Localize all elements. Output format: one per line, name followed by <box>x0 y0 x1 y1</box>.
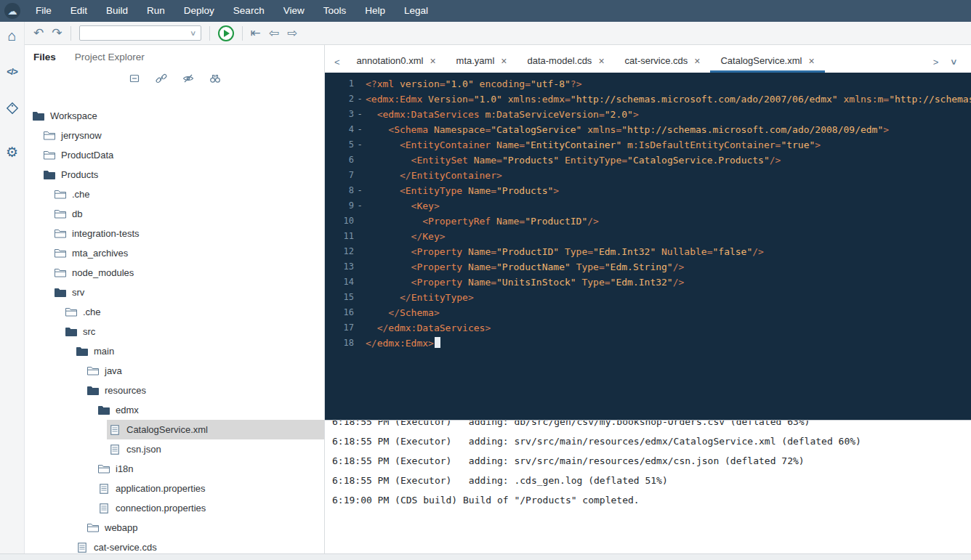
fold-marker[interactable]: - <box>354 92 366 107</box>
menu-item-help[interactable]: Help <box>355 0 395 22</box>
run-configuration-combobox[interactable]: > <box>79 25 201 41</box>
close-icon[interactable]: × <box>694 55 700 67</box>
fold-marker[interactable]: - <box>354 183 366 198</box>
tabs-scroll-left-icon[interactable]: < <box>328 57 347 68</box>
menu-item-view[interactable]: View <box>274 0 314 22</box>
menu-item-deploy[interactable]: Deploy <box>174 0 224 22</box>
console-panel[interactable]: 6:18:55 PM (Executor) adding: db/src/gen… <box>325 420 971 553</box>
tree-item-connection-properties[interactable]: connection.properties <box>25 498 324 518</box>
tree-item-csn-json[interactable]: csn.json <box>25 439 324 459</box>
line-number: 16 <box>325 305 354 320</box>
explorer-tab-project-explorer[interactable]: Project Explorer <box>75 52 145 62</box>
toolbar: ↶ ↷ > ⇤ ⇦ ⇨ <box>25 22 971 45</box>
editor-tab-label: mta.yaml <box>456 55 495 66</box>
tree-item-src[interactable]: src <box>25 322 324 341</box>
fold-marker[interactable]: - <box>354 137 366 153</box>
ide-window: ☁ FileEditBuildRunDeploySearchViewToolsH… <box>0 0 971 560</box>
tree-item-webapp[interactable]: webapp <box>25 518 324 537</box>
redo-icon[interactable]: ↷ <box>52 27 62 39</box>
storyboard-tag-icon[interactable] <box>6 100 19 117</box>
collapse-all-icon[interactable] <box>129 73 140 84</box>
tree-item-label: resources <box>105 385 146 396</box>
editor-tab-cat-service-cds[interactable]: cat-service.cds× <box>615 51 711 73</box>
code-line-text: <Property Name="ProductID" Type="Edm.Int… <box>366 244 764 259</box>
tree-item-main[interactable]: main <box>25 341 324 361</box>
menu-items: FileEditBuildRunDeploySearchViewToolsHel… <box>26 0 438 22</box>
close-icon[interactable]: × <box>501 55 507 67</box>
tree-item-application-properties[interactable]: application.properties <box>25 479 324 498</box>
tree-item-che[interactable]: .che <box>25 184 324 204</box>
editor-tab-catalogservice-xml[interactable]: CatalogService.xml× <box>710 51 824 73</box>
menu-item-file[interactable]: File <box>26 0 61 22</box>
tree-item-edmx[interactable]: edmx <box>25 400 324 420</box>
code-line: 7 </EntityContainer> <box>325 168 971 183</box>
tree-item-integration-tests[interactable]: integration-tests <box>25 224 324 243</box>
tree-item-mta-archives[interactable]: mta_archives <box>25 243 324 263</box>
editor-tab-data-model-cds[interactable]: data-model.cds× <box>517 51 614 73</box>
code-editor-icon[interactable]: </> <box>7 63 17 81</box>
home-icon[interactable]: ⌂ <box>7 27 16 44</box>
folder-closed-icon <box>97 464 110 474</box>
fold-marker[interactable]: - <box>354 198 366 214</box>
menu-item-tools[interactable]: Tools <box>314 0 356 22</box>
editor-tab-annotation0-xml[interactable]: annotation0.xml× <box>347 51 446 73</box>
folder-open-icon <box>97 405 110 415</box>
code-line: 3- <edmx:DataServices m:DataServiceVersi… <box>325 107 971 122</box>
app-logo[interactable]: ☁ <box>4 3 20 19</box>
code-line: 4- <Schema Namespace="CatalogService" xm… <box>325 122 971 137</box>
menu-item-run[interactable]: Run <box>137 0 174 22</box>
tree-item-node-modules[interactable]: node_modules <box>25 263 324 283</box>
chevron-down-icon[interactable]: > <box>189 31 198 35</box>
tree-item-jerrysnow[interactable]: jerrysnow <box>25 126 324 145</box>
line-number: 12 <box>325 244 354 259</box>
settings-gear-icon[interactable]: ⚙ <box>6 143 18 161</box>
close-icon[interactable]: × <box>808 55 814 67</box>
tree-item-java[interactable]: java <box>25 361 324 381</box>
console-line: 6:18:55 PM (Executor) adding: srv/src/ma… <box>332 451 971 471</box>
console-line: 6:19:00 PM (CDS build) Build of "/Produc… <box>332 490 971 510</box>
editor-tab-mta-yaml[interactable]: mta.yaml× <box>446 51 517 73</box>
tree-item-resources[interactable]: resources <box>25 381 324 400</box>
fold-marker[interactable]: - <box>354 122 366 137</box>
play-icon <box>224 30 230 37</box>
line-number: 6 <box>325 153 354 168</box>
tree-item-i18n[interactable]: i18n <box>25 459 324 479</box>
tabs-scroll-right-icon[interactable]: > <box>927 57 946 68</box>
run-configuration-input[interactable] <box>83 28 192 38</box>
tree-item-label: csn.json <box>126 444 161 455</box>
folder-closed-icon <box>43 150 55 160</box>
editor-tab-label: CatalogService.xml <box>720 55 802 66</box>
navigate-back-icon[interactable]: ⇦ <box>269 27 279 39</box>
fold-marker[interactable]: - <box>354 107 366 122</box>
close-icon[interactable]: × <box>598 55 604 67</box>
jump-back-icon[interactable]: ⇤ <box>251 27 261 39</box>
tree-item-label: java <box>105 365 122 376</box>
undo-icon[interactable]: ↶ <box>33 27 44 39</box>
link-with-editor-icon[interactable] <box>156 73 167 84</box>
search-binoculars-icon[interactable] <box>209 73 221 84</box>
tree-item-label: Products <box>61 169 98 180</box>
menu-item-build[interactable]: Build <box>97 0 137 22</box>
run-button[interactable] <box>218 25 234 41</box>
code-editor[interactable]: 1<?xml version="1.0" encoding="utf-8"?>2… <box>325 73 971 420</box>
navigate-forward-icon[interactable]: ⇨ <box>287 27 297 39</box>
explorer-tab-files[interactable]: Files <box>33 52 56 62</box>
menu-item-legal[interactable]: Legal <box>395 0 438 22</box>
tree-item-productdata[interactable]: ProductData <box>25 145 324 165</box>
menu-item-edit[interactable]: Edit <box>61 0 97 22</box>
close-icon[interactable]: × <box>430 55 435 67</box>
line-number: 15 <box>325 290 354 305</box>
tree-item-catalogservice-xml[interactable]: CatalogService.xml <box>25 420 324 439</box>
tree-item-srv[interactable]: srv <box>25 283 324 302</box>
tree-item-label: .che <box>83 307 101 317</box>
menu-item-search[interactable]: Search <box>224 0 274 22</box>
tree-item-db[interactable]: db <box>25 204 324 224</box>
tree-item-workspace[interactable]: Workspace <box>25 106 324 126</box>
tree-item-che[interactable]: .che <box>25 302 324 322</box>
code-line-text: <Property Name="ProductName" Type="Edm.S… <box>366 259 684 275</box>
tree-item-label: application.properties <box>116 483 206 494</box>
tabs-list-dropdown-icon[interactable]: > <box>949 52 960 71</box>
tree-item-products[interactable]: Products <box>25 165 324 184</box>
hide-hidden-files-icon[interactable] <box>182 73 194 84</box>
code-line: 15 </EntityType> <box>325 290 971 305</box>
